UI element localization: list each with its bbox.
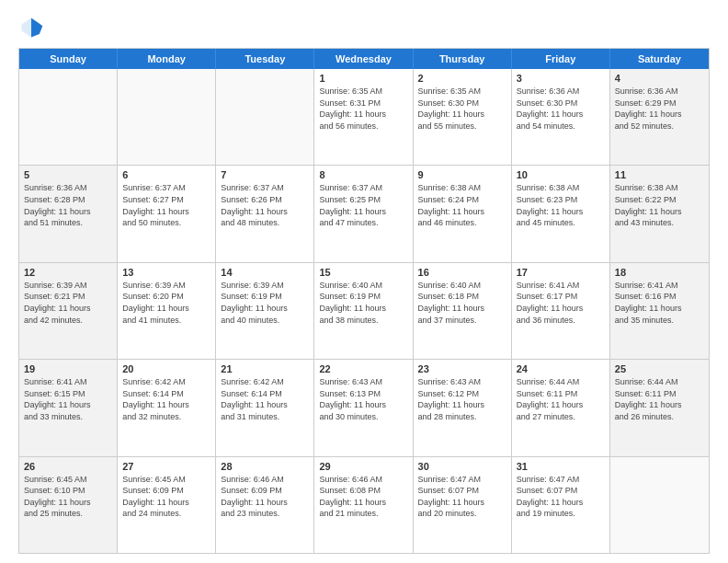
day-number: 17 [517,267,605,278]
calendar-cell: 30Sunrise: 6:47 AM Sunset: 6:07 PM Dayli… [414,457,512,553]
calendar-header: SundayMondayTuesdayWednesdayThursdayFrid… [19,49,709,69]
day-number: 5 [24,169,112,180]
calendar-cell: 7Sunrise: 6:37 AM Sunset: 6:26 PM Daylig… [216,166,314,261]
day-info: Sunrise: 6:46 AM Sunset: 6:08 PM Dayligh… [319,474,407,520]
calendar-cell: 23Sunrise: 6:43 AM Sunset: 6:12 PM Dayli… [414,360,512,455]
calendar-cell [19,69,118,165]
calendar-cell: 13Sunrise: 6:39 AM Sunset: 6:20 PM Dayli… [118,263,216,359]
calendar-cell: 14Sunrise: 6:39 AM Sunset: 6:19 PM Dayli… [216,263,314,359]
day-number: 8 [319,169,407,180]
header-cell-friday: Friday [512,49,610,69]
calendar-cell: 17Sunrise: 6:41 AM Sunset: 6:17 PM Dayli… [512,263,610,359]
day-info: Sunrise: 6:35 AM Sunset: 6:30 PM Dayligh… [418,86,506,132]
day-info: Sunrise: 6:36 AM Sunset: 6:29 PM Dayligh… [615,86,704,132]
day-number: 14 [221,267,309,278]
day-number: 27 [122,461,210,472]
day-number: 13 [122,267,210,278]
day-number: 10 [517,169,605,180]
calendar-cell: 26Sunrise: 6:45 AM Sunset: 6:10 PM Dayli… [19,457,118,553]
day-number: 18 [615,267,704,278]
header-cell-wednesday: Wednesday [314,49,413,69]
day-number: 6 [122,169,210,180]
day-number: 31 [517,461,605,472]
calendar-row-3: 12Sunrise: 6:39 AM Sunset: 6:21 PM Dayli… [19,263,709,360]
svg-marker-2 [31,18,42,38]
day-info: Sunrise: 6:46 AM Sunset: 6:09 PM Dayligh… [221,474,309,520]
calendar-cell [216,69,314,165]
calendar-cell: 1Sunrise: 6:35 AM Sunset: 6:31 PM Daylig… [314,69,413,165]
day-number: 4 [615,73,704,84]
logo [18,15,48,40]
calendar-row-2: 5Sunrise: 6:36 AM Sunset: 6:28 PM Daylig… [19,166,709,262]
day-info: Sunrise: 6:35 AM Sunset: 6:31 PM Dayligh… [319,86,407,132]
day-info: Sunrise: 6:37 AM Sunset: 6:25 PM Dayligh… [319,182,407,228]
calendar-cell: 22Sunrise: 6:43 AM Sunset: 6:13 PM Dayli… [314,360,413,455]
day-number: 25 [615,363,704,374]
calendar-cell: 15Sunrise: 6:40 AM Sunset: 6:19 PM Dayli… [314,263,413,359]
calendar-cell: 18Sunrise: 6:41 AM Sunset: 6:16 PM Dayli… [610,263,709,359]
calendar-cell: 19Sunrise: 6:41 AM Sunset: 6:15 PM Dayli… [19,360,118,455]
header-cell-thursday: Thursday [414,49,512,69]
day-number: 3 [517,73,605,84]
calendar-cell: 6Sunrise: 6:37 AM Sunset: 6:27 PM Daylig… [118,166,216,261]
day-info: Sunrise: 6:45 AM Sunset: 6:09 PM Dayligh… [122,474,210,520]
day-number: 11 [615,169,704,180]
day-info: Sunrise: 6:42 AM Sunset: 6:14 PM Dayligh… [221,376,309,422]
day-number: 2 [418,73,506,84]
day-info: Sunrise: 6:36 AM Sunset: 6:28 PM Dayligh… [24,182,112,228]
day-number: 29 [319,461,407,472]
day-info: Sunrise: 6:41 AM Sunset: 6:15 PM Dayligh… [24,376,112,422]
day-info: Sunrise: 6:47 AM Sunset: 6:07 PM Dayligh… [418,474,506,520]
day-number: 1 [319,73,407,84]
calendar-row-4: 19Sunrise: 6:41 AM Sunset: 6:15 PM Dayli… [19,360,709,456]
day-info: Sunrise: 6:44 AM Sunset: 6:11 PM Dayligh… [517,376,605,422]
calendar-cell: 2Sunrise: 6:35 AM Sunset: 6:30 PM Daylig… [414,69,512,165]
calendar-cell: 29Sunrise: 6:46 AM Sunset: 6:08 PM Dayli… [314,457,413,553]
day-info: Sunrise: 6:37 AM Sunset: 6:26 PM Dayligh… [221,182,309,228]
calendar-cell: 31Sunrise: 6:47 AM Sunset: 6:07 PM Dayli… [512,457,610,553]
day-number: 28 [221,461,309,472]
day-info: Sunrise: 6:36 AM Sunset: 6:30 PM Dayligh… [517,86,605,132]
day-info: Sunrise: 6:38 AM Sunset: 6:22 PM Dayligh… [615,182,704,228]
day-number: 22 [319,363,407,374]
calendar-cell: 9Sunrise: 6:38 AM Sunset: 6:24 PM Daylig… [414,166,512,261]
day-number: 19 [24,363,112,374]
day-number: 15 [319,267,407,278]
day-number: 20 [122,363,210,374]
day-number: 12 [24,267,112,278]
day-info: Sunrise: 6:41 AM Sunset: 6:17 PM Dayligh… [517,280,605,326]
day-info: Sunrise: 6:39 AM Sunset: 6:20 PM Dayligh… [122,280,210,326]
day-number: 24 [517,363,605,374]
day-number: 9 [418,169,506,180]
calendar-cell: 27Sunrise: 6:45 AM Sunset: 6:09 PM Dayli… [118,457,216,553]
day-info: Sunrise: 6:37 AM Sunset: 6:27 PM Dayligh… [122,182,210,228]
day-number: 16 [418,267,506,278]
day-info: Sunrise: 6:41 AM Sunset: 6:16 PM Dayligh… [615,280,704,326]
day-number: 26 [24,461,112,472]
calendar-cell: 24Sunrise: 6:44 AM Sunset: 6:11 PM Dayli… [512,360,610,455]
day-info: Sunrise: 6:44 AM Sunset: 6:11 PM Dayligh… [615,376,704,422]
calendar-cell: 12Sunrise: 6:39 AM Sunset: 6:21 PM Dayli… [19,263,118,359]
day-info: Sunrise: 6:40 AM Sunset: 6:19 PM Dayligh… [319,280,407,326]
header-cell-tuesday: Tuesday [216,49,314,69]
day-info: Sunrise: 6:43 AM Sunset: 6:13 PM Dayligh… [319,376,407,422]
day-info: Sunrise: 6:39 AM Sunset: 6:21 PM Dayligh… [24,280,112,326]
calendar-cell [118,69,216,165]
calendar-cell: 3Sunrise: 6:36 AM Sunset: 6:30 PM Daylig… [512,69,610,165]
calendar-row-1: 1Sunrise: 6:35 AM Sunset: 6:31 PM Daylig… [19,69,709,166]
calendar-cell: 21Sunrise: 6:42 AM Sunset: 6:14 PM Dayli… [216,360,314,455]
calendar: SundayMondayTuesdayWednesdayThursdayFrid… [18,48,710,554]
day-number: 21 [221,363,309,374]
header-cell-saturday: Saturday [610,49,709,69]
day-number: 7 [221,169,309,180]
day-info: Sunrise: 6:39 AM Sunset: 6:19 PM Dayligh… [221,280,309,326]
page: SundayMondayTuesdayWednesdayThursdayFrid… [0,0,728,563]
calendar-body: 1Sunrise: 6:35 AM Sunset: 6:31 PM Daylig… [19,69,709,553]
calendar-cell: 5Sunrise: 6:36 AM Sunset: 6:28 PM Daylig… [19,166,118,261]
calendar-cell: 10Sunrise: 6:38 AM Sunset: 6:23 PM Dayli… [512,166,610,261]
day-number: 23 [418,363,506,374]
day-info: Sunrise: 6:38 AM Sunset: 6:23 PM Dayligh… [517,182,605,228]
calendar-cell: 28Sunrise: 6:46 AM Sunset: 6:09 PM Dayli… [216,457,314,553]
calendar-cell: 25Sunrise: 6:44 AM Sunset: 6:11 PM Dayli… [610,360,709,455]
day-info: Sunrise: 6:47 AM Sunset: 6:07 PM Dayligh… [517,474,605,520]
